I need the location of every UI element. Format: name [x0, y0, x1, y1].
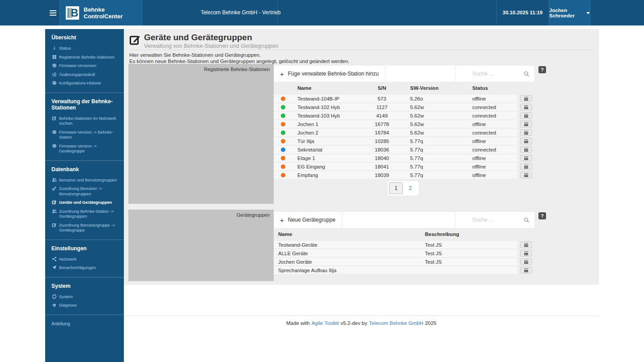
status-dot-orange — [281, 156, 285, 160]
sidebar-item[interactable]: Firmware-Version -> Gerätegruppe — [51, 142, 123, 156]
row-menu-button[interactable] — [520, 241, 532, 248]
sidebar-item[interactable]: Firmware-Versionen — [51, 61, 123, 70]
tenant-title: Telecom Behnke GmbH - Vertrieb — [174, 0, 308, 25]
plus-icon: + — [280, 217, 284, 223]
status-dot-orange — [281, 97, 285, 101]
sidebar-item-anleitung[interactable]: Anleitung — [45, 315, 124, 333]
brand-link[interactable]: B Behnke ControlCenter — [59, 0, 142, 25]
sidebar-item-label: Firmware-Version -> Gerätegruppe — [59, 143, 123, 154]
sync-icon — [51, 294, 57, 299]
groups-help-button[interactable]: ? — [538, 212, 546, 219]
add-station-button[interactable]: + Füge verwaltete Behnke-Station hinzu — [274, 66, 386, 82]
station-row: Testwand-102 Hyb11275.62wconnected — [274, 103, 546, 111]
company-link[interactable]: Telecom Behnke GmbH — [369, 320, 423, 326]
stations-image-placeholder: Registrierte Behnke-Stationen — [128, 64, 274, 204]
sidebar-section: ÜbersichtStatusRegistrierte Behnke-Stati… — [45, 29, 124, 93]
edit-icon — [129, 34, 141, 47]
datetime-label: 30.10.2025 11:19 — [496, 0, 549, 25]
sidebar-item-label: Diagnose — [59, 303, 123, 308]
pagination-page-2[interactable]: 2 — [403, 182, 417, 194]
sidebar-item-label: Konfigurations-Historie — [59, 80, 123, 86]
status-dot-green — [281, 114, 285, 118]
row-menu-button[interactable] — [520, 138, 532, 144]
send-icon — [51, 265, 57, 270]
row-menu-button[interactable] — [520, 104, 532, 110]
stations-help-button[interactable]: ? — [538, 66, 546, 73]
sidebar-item[interactable]: Status — [51, 44, 123, 53]
topbar-divider — [277, 0, 278, 25]
group-row-main: Jochen GeräteTest JS — [274, 258, 517, 265]
sidebar-item[interactable]: Diagnose — [51, 301, 123, 310]
row-menu-button[interactable] — [520, 267, 532, 274]
row-menu-button[interactable] — [520, 129, 532, 136]
stations-icon — [51, 55, 57, 59]
row-menu-button[interactable] — [520, 155, 532, 161]
stations-table-header: Name S/N SW-Version Status — [274, 83, 534, 94]
gear-icon — [51, 143, 57, 148]
chevron-down-icon — [586, 12, 590, 14]
stations-search-input[interactable] — [455, 71, 524, 77]
cell-serial-number: 4149 — [369, 113, 395, 118]
heartbeat-icon — [51, 303, 57, 307]
station-row: Sekretariat180365.77qconnected — [274, 146, 546, 153]
agile-toolkit-link[interactable]: Agile Toolkit — [311, 320, 339, 326]
app-window: B Behnke ControlCenter Telecom Behnke Gm… — [0, 0, 644, 362]
footer-text: Made with — [286, 320, 309, 326]
cell-status: offline — [472, 164, 486, 169]
page-header: Geräte und Gerätegruppen Verwaltung von … — [129, 34, 593, 50]
station-row-main: Testwand-103 Hyb41495.62wconnected — [274, 112, 517, 119]
sidebar-item[interactable]: Konfigurations-Historie — [51, 79, 123, 88]
cell-status: offline — [472, 139, 486, 144]
cell-sw-version: 5.77q — [410, 164, 423, 169]
sidebar-item[interactable]: Registrierte Behnke-Stationen — [51, 53, 123, 62]
sidebar-item[interactable]: Zuordnung Behnke-Station -> Gerätegruppe… — [51, 207, 123, 221]
row-menu-button[interactable] — [520, 250, 532, 257]
sidebar-nav: ÜbersichtStatusRegistrierte Behnke-Stati… — [45, 29, 124, 315]
station-row-main: Jochen 1167785.62woffline — [274, 120, 517, 128]
sidebar-item[interactable]: Änderungsprotokoll — [51, 70, 123, 79]
row-menu-button[interactable] — [520, 146, 532, 153]
sidebar: ÜbersichtStatusRegistrierte Behnke-Stati… — [45, 29, 124, 362]
sidebar-item[interactable]: Benachrichtigungen — [51, 263, 123, 272]
station-row: Testwand-104B-IP5735.26ooffline — [274, 95, 546, 102]
row-menu-button[interactable] — [520, 163, 532, 170]
page-description-line: Es können neue Behnke-Stationen und Gerä… — [129, 58, 349, 64]
row-menu-button[interactable] — [520, 95, 532, 102]
page-subtitle: Verwaltung von Behnke-Stationen und Gerä… — [144, 43, 278, 49]
column-header-sn: S/N — [369, 85, 395, 91]
cell-name: Etage 1 — [297, 156, 315, 161]
column-header-description: Beschreibung — [425, 232, 459, 237]
sidebar-item[interactable]: Zuordnung Benutzergruppe -> Gerätegruppe — [51, 221, 123, 235]
sidebar-section-title: System — [51, 283, 123, 289]
cell-serial-number: 1127 — [369, 105, 395, 110]
row-menu-button[interactable] — [520, 172, 532, 178]
row-menu-button[interactable] — [520, 258, 532, 265]
row-menu-button[interactable] — [520, 121, 532, 127]
cell-status: offline — [472, 96, 486, 101]
pagination-page-1[interactable]: 1 — [389, 182, 403, 194]
groups-search-input[interactable] — [455, 217, 524, 223]
sidebar-item[interactable]: Benutzer und Benutzergruppen — [51, 176, 123, 185]
cell-name: EG Eingang — [297, 164, 325, 169]
footer-divider — [124, 316, 599, 316]
sidebar-item-label: Firmware-Versionen — [59, 63, 123, 68]
groups-search — [455, 212, 534, 228]
cell-sw-version: 5.62w — [410, 105, 424, 110]
sidebar-toggle-button[interactable] — [47, 8, 59, 18]
sidebar-item[interactable]: Firmware-Version -> Behnke-Station — [51, 128, 123, 142]
cell-status: connected — [472, 130, 496, 135]
sidebar-item[interactable]: Behnke-Stationen im Netzwerk suchen — [51, 114, 123, 128]
row-menu-button[interactable] — [520, 112, 532, 119]
group-row: Testwand-GeräteTest JS — [274, 241, 546, 248]
sidebar-item-label: Benachrichtigungen — [59, 265, 123, 270]
add-group-button[interactable]: + Neue Gerätegruppe — [274, 212, 342, 228]
station-row: Testwand-103 Hyb41495.62wconnected — [274, 112, 546, 119]
menu-icon — [524, 139, 528, 143]
sidebar-item[interactable]: System — [51, 292, 123, 301]
user-menu[interactable]: Jochen Schroeder — [549, 0, 590, 25]
menu-icon — [524, 156, 528, 160]
sidebar-item[interactable]: Zuordnung Benutzer -> Benutzergruppen — [51, 184, 123, 198]
sidebar-item[interactable]: Geräte und Gerätegruppen — [51, 198, 123, 207]
sidebar-item[interactable]: Netzwerk — [51, 255, 123, 264]
column-header-name: Name — [297, 85, 311, 91]
